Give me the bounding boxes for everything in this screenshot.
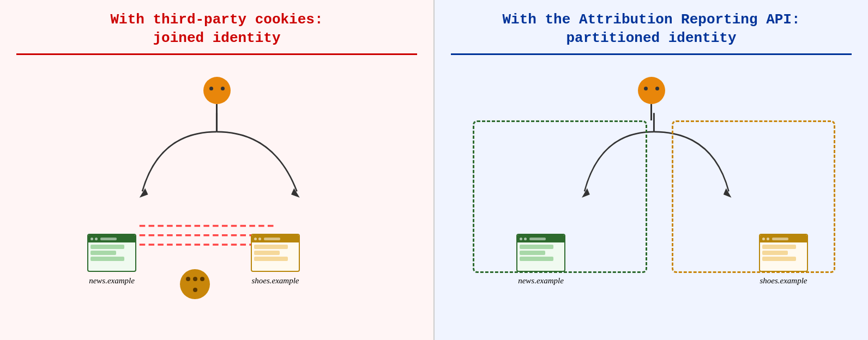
shoes-label-left: shoes.example [251, 276, 299, 286]
news-right-dot-2 [524, 238, 527, 240]
shoes-right-line-2 [762, 251, 788, 255]
shoes-browser-content-left [252, 242, 299, 263]
shoes-label-right: shoes.example [760, 276, 807, 286]
news-right-line-1 [520, 245, 553, 249]
cookie-chip-4 [193, 288, 197, 292]
shoes-dot-2 [258, 238, 261, 240]
shoes-right-addressbar [772, 238, 788, 240]
shoes-browser-window-left [251, 234, 300, 272]
shoes-browser-titlebar-left [252, 235, 299, 242]
news-browser-right: news.example [516, 234, 565, 286]
svg-marker-1 [140, 188, 148, 197]
person-body-left [216, 104, 218, 120]
shoes-addressbar-1 [264, 238, 280, 240]
cookie-chip-1 [186, 277, 190, 281]
shoes-line-2 [254, 251, 280, 255]
right-title-line1: With the Attribution Reporting API: [451, 11, 852, 29]
left-title-line1: With third-party cookies: [16, 11, 417, 29]
browser-dot-1 [91, 238, 93, 240]
news-browser-content-right [517, 242, 564, 263]
shoes-right-dot-1 [762, 238, 765, 240]
shoes-browser-right: shoes.example [759, 234, 808, 286]
person-right [638, 77, 665, 120]
content-line-1 [91, 245, 124, 249]
news-browser-left: news.example [87, 234, 136, 286]
shoes-browser-window-right [759, 234, 808, 272]
right-title-line2: partitioned identity [451, 29, 852, 48]
content-line-3 [91, 257, 124, 261]
shoes-right-dot-2 [767, 238, 769, 240]
person-body-right [650, 104, 652, 120]
right-divider [451, 53, 852, 55]
news-browser-window-left [87, 234, 136, 272]
right-panel: With the Attribution Reporting API: part… [435, 0, 868, 340]
shoes-line-1 [254, 245, 288, 249]
shoes-browser-titlebar-right [760, 235, 807, 242]
news-browser-titlebar-left [88, 235, 135, 242]
shoes-right-line-1 [762, 245, 796, 249]
person-head-left [203, 77, 231, 104]
shoes-browser-left: shoes.example [251, 234, 300, 286]
shoes-right-line-3 [762, 257, 796, 261]
orange-dashed-box [672, 120, 835, 273]
left-diagram: news.example shoes.example [16, 66, 417, 329]
shoes-dot-1 [254, 238, 257, 240]
left-panel-title: With third-party cookies: joined identit… [16, 11, 417, 48]
news-right-dot-1 [520, 238, 522, 240]
cookie-chip-3 [200, 277, 204, 281]
news-browser-content-left [88, 242, 135, 263]
news-right-addressbar [529, 238, 546, 240]
svg-marker-2 [291, 188, 300, 197]
right-panel-title: With the Attribution Reporting API: part… [451, 11, 852, 48]
cookie-chip-2 [193, 277, 197, 281]
news-label-left: news.example [89, 276, 135, 286]
news-browser-titlebar-right [517, 235, 564, 242]
content-line-2 [91, 251, 116, 255]
news-right-line-2 [520, 251, 545, 255]
person-left [203, 77, 231, 120]
shoes-line-3 [254, 257, 288, 261]
browser-dot-2 [95, 238, 98, 240]
cookie-icon [180, 269, 210, 299]
news-browser-window-right [516, 234, 565, 272]
left-divider [16, 53, 417, 55]
news-right-line-3 [520, 257, 553, 261]
news-label-right: news.example [518, 276, 564, 286]
person-head-right [638, 77, 665, 104]
browser-addressbar-1 [100, 238, 117, 240]
left-panel: With third-party cookies: joined identit… [0, 0, 435, 340]
shoes-browser-content-right [760, 242, 807, 263]
left-title-line2: joined identity [16, 29, 417, 48]
right-diagram: news.example shoes.example [451, 66, 852, 329]
